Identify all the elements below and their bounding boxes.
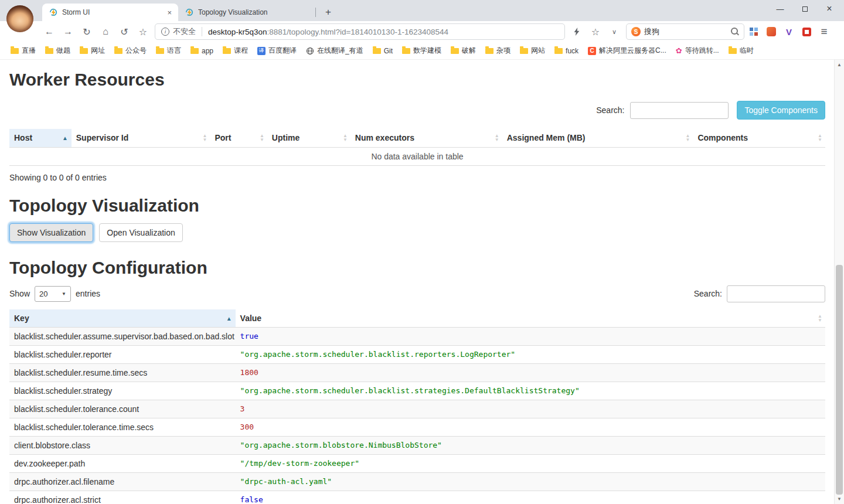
bookmark-kecheng[interactable]: 课程 — [218, 44, 253, 57]
bookmark-zuoti[interactable]: 做题 — [40, 44, 75, 57]
storm-ui-page: Worker Resources Search: Toggle Componen… — [0, 60, 844, 504]
extension-orange-icon[interactable] — [763, 23, 780, 40]
config-key: blacklist.scheduler.reporter — [9, 346, 236, 364]
extension-grid-icon[interactable] — [746, 23, 762, 40]
worker-resources-title: Worker Resources — [9, 69, 825, 90]
bookmark-pojie[interactable]: 破解 — [446, 44, 481, 57]
toggle-components-button[interactable]: Toggle Components — [737, 101, 825, 120]
minimize-button[interactable]: — — [768, 0, 792, 18]
url-text: desktop-kr5q3on:8881/topology.html?id=18… — [208, 28, 448, 36]
vertical-scrollbar[interactable]: ▲ ▼ — [834, 60, 844, 504]
folder-icon — [729, 48, 737, 54]
globe-icon — [306, 47, 314, 55]
column-header-supervisor-id[interactable]: Supervisor Id▲▼ — [72, 129, 210, 147]
grid-icon — [750, 28, 758, 36]
bookmark-baidufanyi[interactable]: 译百度翻译 — [253, 44, 301, 57]
home-icon[interactable]: ⌂ — [96, 23, 115, 40]
bookmark-fuck[interactable]: fuck — [550, 45, 583, 57]
extension-red-icon[interactable] — [798, 23, 815, 40]
bookmark-zaxiang[interactable]: 杂项 — [481, 44, 515, 57]
empty-table-message: No data available in table — [9, 147, 825, 165]
bookmark-label: Git — [384, 47, 393, 55]
profile-avatar[interactable] — [6, 5, 33, 32]
bookmark-dengdaitiaozhuan[interactable]: ✿等待跳转... — [671, 44, 724, 57]
bookmark-label: 在线翻译_有道 — [317, 46, 363, 56]
column-header-value[interactable]: Value▲▼ — [236, 309, 825, 328]
visualization-buttons: Show Visualization Open Visualization — [9, 223, 825, 242]
address-bar[interactable]: i 不安全 desktop-kr5q3on:8881/topology.html… — [155, 23, 565, 40]
refresh-icon[interactable]: ↻ — [77, 23, 96, 40]
close-window-button[interactable]: × — [817, 0, 842, 18]
bookmark-wangzhi[interactable]: 网址 — [75, 44, 110, 57]
bookmark-yuyan[interactable]: 语言 — [151, 44, 186, 57]
page-viewport: Worker Resources Search: Toggle Componen… — [0, 60, 844, 504]
sort-asc-icon: ▲ — [62, 135, 68, 141]
column-header-key[interactable]: Key▲ — [9, 309, 236, 328]
undo-icon[interactable]: ↺ — [115, 23, 134, 40]
column-header-num-executors[interactable]: Num executors▲▼ — [350, 129, 502, 147]
flash-icon[interactable] — [567, 23, 586, 40]
orange-badge-icon — [767, 27, 776, 36]
search-icon[interactable] — [731, 28, 739, 36]
scroll-up-icon[interactable]: ▲ — [835, 60, 844, 70]
forward-icon[interactable]: → — [59, 23, 77, 40]
c-badge-icon: C — [588, 47, 596, 55]
bookmark-aliyun[interactable]: C解决阿里云服务器C... — [583, 44, 671, 57]
column-header-port[interactable]: Port▲▼ — [210, 129, 267, 147]
maximize-icon — [802, 6, 808, 12]
tab-topology-visualization[interactable]: Topology Visualization — [178, 4, 314, 21]
bookmark-label: 杂项 — [496, 46, 511, 56]
tab-strip: Storm UI × Topology Visualization + — × — [0, 0, 844, 21]
maximize-button[interactable] — [792, 0, 817, 18]
worker-search-input[interactable] — [630, 102, 729, 119]
extension-v-icon[interactable]: V — [781, 23, 797, 40]
bookmark-git[interactable]: Git — [368, 45, 397, 57]
config-value: "org.apache.storm.scheduler.blacklist.re… — [236, 346, 825, 364]
table-row: drpc.authorizer.acl.filename"drpc-auth-a… — [9, 473, 825, 491]
bookmark-label: 临时 — [740, 46, 754, 56]
config-value: false — [236, 491, 825, 504]
config-value: "/tmp/dev-storm-zookeeper" — [236, 455, 825, 473]
table-info-text: Showing 0 to 0 of 0 entries — [9, 173, 825, 182]
open-visualization-button[interactable]: Open Visualization — [99, 223, 182, 242]
tab-close-icon[interactable]: × — [165, 8, 173, 17]
info-icon[interactable]: i — [161, 28, 169, 36]
search-label: Search: — [596, 105, 624, 115]
table-header-row: Key▲ Value▲▼ — [9, 309, 825, 328]
browser-window: Storm UI × Topology Visualization + — × … — [0, 0, 844, 504]
config-value: 3 — [236, 400, 825, 418]
table-row: drpc.authorizer.acl.strictfalse — [9, 491, 825, 504]
menu-icon[interactable]: ≡ — [815, 23, 833, 40]
config-value: "org.apache.storm.scheduler.blacklist.st… — [236, 382, 825, 400]
bookmark-wangzhan[interactable]: 网站 — [515, 44, 550, 57]
search-box[interactable]: S 搜狗 — [626, 23, 744, 40]
back-icon[interactable]: ← — [40, 23, 59, 40]
bookmark-star-icon[interactable]: ☆ — [586, 23, 605, 40]
favorites-star-icon[interactable]: ☆ — [134, 23, 152, 40]
config-key: blacklist.scheduler.strategy — [9, 382, 236, 400]
chevron-down-icon[interactable]: ∨ — [605, 23, 624, 40]
column-header-uptime[interactable]: Uptime▲▼ — [267, 129, 350, 147]
bookmark-label: 做题 — [56, 46, 70, 56]
scroll-down-icon[interactable]: ▼ — [835, 494, 844, 504]
new-tab-button[interactable]: + — [321, 5, 336, 20]
column-header-host[interactable]: Host▲ — [9, 129, 72, 147]
bookmark-youdao[interactable]: 在线翻译_有道 — [301, 44, 368, 57]
worker-table-controls: Search: Toggle Components — [9, 101, 825, 120]
sort-icons: ▲▼ — [343, 134, 348, 142]
column-header-components[interactable]: Components▲▼ — [693, 129, 825, 147]
entries-select[interactable]: 20 ▼ — [35, 286, 71, 302]
table-row: blacklist.scheduler.tolerance.count3 — [9, 400, 825, 418]
config-search-input[interactable] — [727, 285, 825, 302]
bookmark-shuxuejianmo[interactable]: 数学建模 — [397, 44, 446, 57]
bookmark-linshi[interactable]: 临时 — [724, 44, 758, 57]
folder-icon — [156, 48, 164, 54]
show-visualization-button[interactable]: Show Visualization — [9, 223, 93, 242]
bookmark-zhibo[interactable]: 直播 — [6, 44, 40, 57]
column-header-assigned-mem[interactable]: Assigned Mem (MB)▲▼ — [502, 129, 693, 147]
tab-divider — [315, 8, 316, 17]
bookmark-gongzhonghao[interactable]: 公众号 — [110, 44, 151, 57]
tab-storm-ui[interactable]: Storm UI × — [42, 4, 178, 21]
bookmark-app[interactable]: app — [186, 45, 218, 57]
scrollbar-thumb[interactable] — [836, 265, 843, 495]
